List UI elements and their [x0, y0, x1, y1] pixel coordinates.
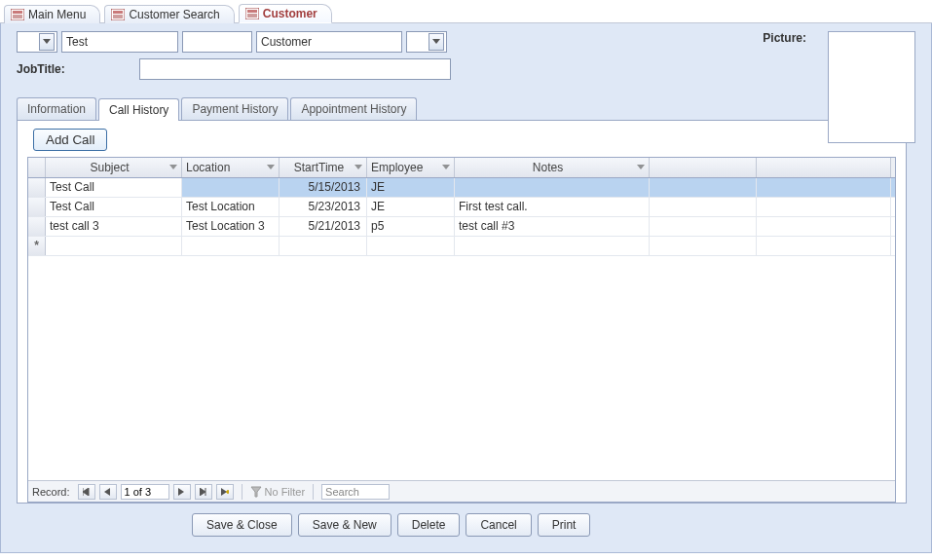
tab-label: Customer [263, 7, 317, 20]
cell-blank[interactable] [650, 237, 757, 255]
cell-blank[interactable] [650, 178, 757, 197]
cell-blank[interactable] [650, 198, 757, 216]
tab-information[interactable]: Information [17, 97, 96, 120]
button-label: Add Call [46, 132, 94, 147]
tab-customer[interactable]: Customer [239, 4, 332, 23]
cell-notes[interactable]: First test call. [455, 198, 650, 216]
jobtitle-label: JobTitle: [17, 62, 71, 76]
prefix-combo[interactable] [17, 31, 57, 53]
col-blank[interactable] [650, 158, 757, 177]
print-button[interactable]: Print [538, 513, 591, 537]
tab-label: Customer Search [129, 8, 219, 21]
nav-last-button[interactable] [195, 484, 212, 500]
cell-blank[interactable] [650, 217, 757, 236]
cell-notes[interactable] [455, 178, 650, 197]
row-selector[interactable] [28, 178, 46, 197]
cell-notes[interactable] [455, 237, 650, 255]
chevron-down-icon [169, 165, 177, 170]
save-new-button[interactable]: Save & New [298, 513, 391, 537]
chevron-down-icon [267, 165, 275, 170]
col-subject[interactable]: Subject [46, 158, 182, 177]
col-location[interactable]: Location [182, 158, 280, 177]
delete-button[interactable]: Delete [397, 513, 461, 537]
picture-box[interactable] [828, 31, 915, 143]
cell-blank[interactable] [757, 198, 891, 216]
cell-subject[interactable]: Test Call [46, 198, 182, 216]
cell-starttime[interactable] [280, 237, 367, 255]
cell-starttime[interactable]: 5/23/2013 [280, 198, 367, 216]
first-name-field[interactable]: Test [61, 31, 178, 53]
cell-subject[interactable]: test call 3 [46, 217, 182, 236]
search-input[interactable] [321, 484, 390, 500]
tab-call-history[interactable]: Call History [98, 98, 179, 121]
last-name-field[interactable]: Customer [256, 31, 402, 53]
col-label: Employee [371, 161, 423, 174]
cell-starttime[interactable]: 5/21/2013 [280, 217, 367, 236]
cancel-button[interactable]: Cancel [466, 513, 531, 537]
row-selector[interactable] [28, 198, 46, 216]
cell-notes[interactable]: test call #3 [455, 217, 650, 236]
nav-prev-button[interactable] [99, 484, 117, 500]
chevron-down-icon [442, 165, 450, 170]
col-starttime[interactable]: StartTime [280, 158, 367, 177]
funnel-icon [250, 486, 262, 498]
record-label: Record: [32, 486, 70, 498]
action-bar: Save & Close Save & New Delete Cancel Pr… [17, 504, 915, 541]
tab-customer-search[interactable]: Customer Search [104, 5, 234, 23]
cell-employee[interactable] [367, 237, 455, 255]
cell-blank[interactable] [757, 178, 891, 197]
tab-label: Payment History [192, 102, 278, 116]
tab-label: Information [27, 102, 86, 116]
chevron-down-icon [354, 165, 362, 170]
cell-location[interactable] [182, 178, 280, 197]
chevron-down-icon[interactable] [39, 33, 55, 51]
cell-subject[interactable]: Test Call [46, 178, 182, 197]
row-selector[interactable] [28, 237, 46, 255]
col-label: Location [186, 161, 230, 174]
nav-next-button[interactable] [173, 484, 191, 500]
cell-employee[interactable]: JE [367, 178, 455, 197]
chevron-down-icon[interactable] [429, 33, 444, 51]
cell-blank[interactable] [757, 237, 891, 255]
nav-new-button[interactable] [216, 484, 234, 500]
nav-first-button[interactable] [78, 484, 95, 500]
cell-employee[interactable]: p5 [367, 217, 455, 236]
datasheet-body[interactable]: Test Call 5/15/2013 JE Test Call Test Lo… [28, 178, 895, 480]
table-new-row[interactable] [28, 237, 895, 256]
jobtitle-field[interactable] [139, 58, 451, 80]
form-icon [245, 8, 259, 19]
first-name-value: Test [66, 35, 88, 49]
chevron-down-icon [637, 165, 645, 170]
cell-starttime[interactable]: 5/15/2013 [280, 178, 367, 197]
table-row[interactable]: Test Call 5/15/2013 JE [28, 178, 895, 198]
cell-subject[interactable] [46, 237, 182, 255]
last-name-value: Customer [261, 35, 312, 49]
button-label: Save & Close [206, 518, 278, 532]
add-call-button[interactable]: Add Call [33, 129, 107, 151]
row-selector[interactable] [28, 217, 46, 236]
cell-location[interactable]: Test Location [182, 198, 280, 216]
cell-location[interactable]: Test Location 3 [182, 217, 280, 236]
filter-indicator[interactable]: No Filter [250, 486, 306, 498]
middle-name-field[interactable] [182, 31, 252, 53]
document-tabs: Main Menu Customer Search Customer [0, 0, 932, 23]
col-label: StartTime [283, 161, 354, 174]
col-blank[interactable] [757, 158, 891, 177]
col-notes[interactable]: Notes [455, 158, 650, 177]
call-datasheet: Subject Location StartTime Employee Note… [27, 157, 896, 503]
cell-employee[interactable]: JE [367, 198, 455, 216]
cell-blank[interactable] [757, 217, 891, 236]
tab-appointment-history[interactable]: Appointment History [290, 97, 417, 120]
col-label: Subject [50, 161, 169, 174]
tab-main-menu[interactable]: Main Menu [4, 5, 100, 23]
cell-location[interactable] [182, 237, 280, 255]
suffix-combo[interactable] [406, 31, 447, 53]
button-label: Delete [412, 518, 446, 532]
col-employee[interactable]: Employee [367, 158, 455, 177]
table-row[interactable]: Test Call Test Location 5/23/2013 JE Fir… [28, 198, 895, 217]
save-close-button[interactable]: Save & Close [192, 513, 292, 537]
select-all-cell[interactable] [28, 158, 46, 177]
tab-payment-history[interactable]: Payment History [181, 97, 288, 120]
record-position-field[interactable] [121, 484, 169, 500]
table-row[interactable]: test call 3 Test Location 3 5/21/2013 p5… [28, 217, 895, 237]
